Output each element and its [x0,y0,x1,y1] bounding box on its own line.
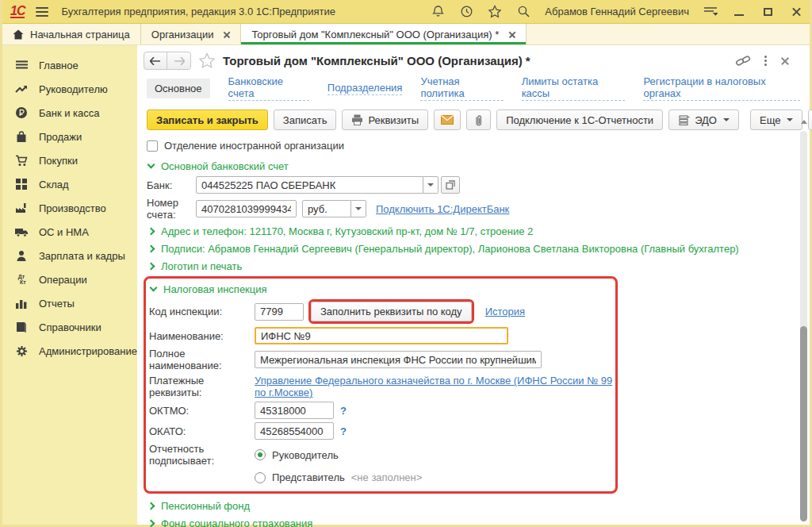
service-settings-icon[interactable] [703,5,718,19]
truck-icon [14,227,29,237]
directbank-link[interactable]: Подключить 1С:ДиректБанк [376,203,509,215]
inspection-name-input[interactable] [255,327,508,344]
okato-help-icon[interactable]: ? [340,425,347,437]
get-link-icon[interactable] [735,54,751,68]
inspection-code-input[interactable] [255,303,304,321]
chevron-right-icon [147,519,155,527]
account-number-input[interactable] [196,200,297,217]
nav-tax-registrations[interactable]: Регистрации в налоговых органах [643,75,800,101]
maximize-button[interactable] [760,5,775,19]
tab-home[interactable]: Начальная страница [2,24,141,44]
cart-icon [14,155,29,167]
forward-arrow-button[interactable] [167,52,190,69]
sidebar-item-reports[interactable]: Отчеты [2,291,137,315]
title-bar: 1С Бухгалтерия предприятия, редакция 3.0… [2,0,810,24]
nav-cash-limits[interactable]: Лимиты остатка кассы [522,75,626,101]
back-arrow-button[interactable] [144,52,167,69]
okato-input[interactable] [255,422,334,440]
account-number-label: Номер счета: [147,197,196,221]
edo-doc-icon [678,115,690,125]
more-actions-kebab-icon[interactable] [764,56,767,66]
signer-head-radio[interactable] [255,449,266,460]
section-address-phone[interactable]: Адрес и телефон: 121170, Москва г, Кутуз… [147,222,800,240]
section-signatures[interactable]: Подписи: Абрамов Геннадий Сергеевич (Ген… [147,240,800,257]
tab-organization-card-label: Торговый дом "Комплексный" ООО (Организа… [251,29,499,40]
foreign-branch-checkbox[interactable] [147,140,158,152]
sidebar-item-fixed-assets[interactable]: ОС и НМА [2,220,137,244]
sidebar-item-manager[interactable]: Руководителю [2,77,137,101]
sidebar-item-purchases[interactable]: Покупки [2,148,137,172]
nav-main[interactable]: Основное [147,79,210,98]
payment-requisites-label: Платежные реквизиты: [149,375,255,398]
1c-logo-icon: 1С [10,6,25,18]
form-close-icon[interactable] [780,56,789,65]
inspection-full-name-input[interactable] [255,351,542,368]
ruble-circle-icon [14,106,29,119]
main-menu-icon[interactable] [36,7,48,17]
requisites-button[interactable]: Реквизиты [342,110,428,130]
trend-arrow-icon [14,84,29,94]
edo-button[interactable]: ЭДО [668,110,739,130]
fill-button-annotation: Заполнить реквизиты по коду [308,299,474,324]
bank-dropdown-icon[interactable] [423,176,439,194]
oktmo-input[interactable] [255,402,334,419]
section-main-bank-account[interactable]: Основной банковский счет [147,157,800,175]
signer-representative-radio[interactable] [255,472,266,483]
scrollbar-thumb[interactable] [800,326,807,521]
save-and-close-button[interactable]: Записать и закрыть [147,110,268,130]
bank-input[interactable] [196,176,423,194]
tab-close-icon[interactable] [508,31,515,38]
sidebar-item-sales[interactable]: Продажи [2,125,137,148]
save-button[interactable]: Записать [274,110,337,130]
chevron-right-icon [147,262,155,270]
connect-1c-reporting-button[interactable]: Подключение к 1С-Отчетности [496,110,663,130]
history-icon[interactable] [459,5,473,19]
bank-open-button[interactable] [441,176,460,194]
vertical-scrollbar[interactable] [800,131,807,521]
section-tax-inspection[interactable]: Налоговая инспекция [149,280,615,298]
sidebar-item-production[interactable]: Производство [2,196,137,220]
sidebar-item-directories[interactable]: Справочники [2,315,137,339]
sidebar-item-administration[interactable]: Администрирование [2,339,137,363]
sidebar-item-warehouse[interactable]: Склад [2,172,137,196]
nav-bank-accounts[interactable]: Банковские счета [228,75,309,101]
history-link[interactable]: История [485,306,525,317]
home-icon [13,29,24,40]
form-nav: Основное Банковские счета Подразделения … [137,73,810,108]
more-button[interactable]: Еще [750,110,802,130]
name-label: Наименование: [149,330,255,342]
tab-close-icon[interactable] [223,31,230,38]
minimize-button[interactable] [732,5,746,19]
sidebar-item-operations[interactable]: Дт Кт Операции [2,267,137,291]
sidebar-item-main[interactable]: Главное [2,53,137,77]
section-logo-stamp[interactable]: Логотип и печать [147,257,800,275]
attachments-button[interactable] [466,110,491,130]
chevron-right-icon [147,502,155,510]
tab-organization-card[interactable]: Торговый дом "Комплексный" ООО (Организа… [241,24,527,44]
fill-requisites-by-code-button[interactable]: Заполнить реквизиты по коду [311,302,472,321]
notifications-bell-icon[interactable] [431,5,445,19]
payment-requisites-link[interactable]: Управление Федерального казначейства по … [255,375,615,398]
section-social-insurance[interactable]: Фонд социального страхования [147,514,800,527]
close-button[interactable] [789,5,803,19]
grid-icon [14,179,29,190]
currency-dropdown-icon[interactable] [351,200,366,217]
sidebar-item-salary-hr[interactable]: Зарплата и кадры [2,244,137,267]
favorites-star-icon[interactable] [488,5,502,19]
chevron-down-icon [150,283,158,291]
nav-departments[interactable]: Подразделения [327,82,403,95]
oktmo-label: ОКТМО: [149,405,255,417]
search-icon[interactable] [516,5,530,19]
tab-organizations[interactable]: Организации [141,24,242,44]
current-user[interactable]: Абрамов Геннадий Сергеевич [545,6,689,17]
full-name-label: Полное наименование: [149,348,255,371]
help-button[interactable]: ? [808,110,812,130]
currency-input[interactable] [302,200,351,217]
sidebar-item-bank-cash[interactable]: Банк и касса [2,101,137,125]
send-email-button[interactable] [434,110,461,130]
scroll-up-icon[interactable] [801,120,807,124]
section-pension-fund[interactable]: Пенсионный фонд [147,497,800,514]
oktmo-help-icon[interactable]: ? [340,405,347,417]
nav-accounting-policy[interactable]: Учетная политика [420,75,503,101]
favorite-star-icon[interactable] [198,52,216,69]
